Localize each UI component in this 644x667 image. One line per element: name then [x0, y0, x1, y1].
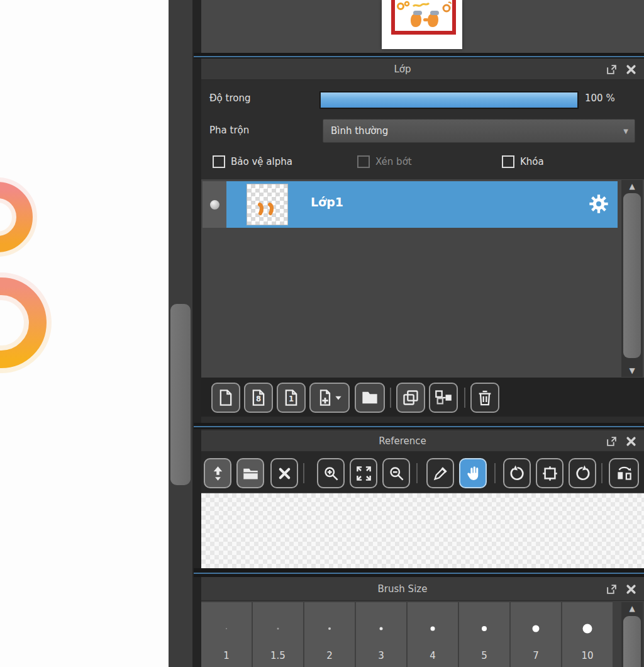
- popout-icon[interactable]: [606, 583, 618, 595]
- visibility-dot-icon: [210, 200, 219, 210]
- brush-dot-icon: [583, 624, 592, 634]
- brush-size-label: 4: [408, 650, 458, 661]
- close-icon[interactable]: [625, 64, 637, 76]
- blend-mode-select[interactable]: Bình thường ▼: [323, 119, 635, 143]
- brush-size-label: 1.5: [253, 650, 303, 661]
- brush-size-label: 7: [511, 650, 561, 661]
- reference-panel-header: Reference: [201, 430, 644, 452]
- toolbar-separator: [601, 463, 602, 483]
- toolbar-separator: [494, 463, 496, 483]
- layer-row-selected[interactable]: Lớp1: [203, 181, 618, 228]
- opacity-value: 100 %: [585, 92, 641, 104]
- layer-name: Lớp1: [311, 195, 343, 209]
- layer-panel-header: Lớp: [201, 59, 644, 80]
- toolbar-separator: [464, 388, 465, 408]
- lock-label: Khóa: [520, 154, 544, 169]
- reference-preview-area[interactable]: [201, 493, 644, 568]
- brush-dot-icon: [226, 628, 227, 629]
- brush-size-option-2[interactable]: 2: [304, 602, 355, 667]
- new-1bit-layer-button[interactable]: 1: [277, 383, 306, 413]
- svg-text:8: 8: [256, 395, 261, 403]
- brush-size-label: 3: [356, 650, 406, 661]
- chevron-down-icon: ▼: [623, 128, 628, 135]
- divider-drag-handle[interactable]: [170, 304, 191, 485]
- brush-dot-icon: [380, 627, 383, 631]
- protect-alpha-checkbox[interactable]: [213, 155, 225, 168]
- reference-panel-title: Reference: [201, 430, 604, 452]
- color-picker-button[interactable]: [426, 458, 454, 488]
- brush-size-option-4[interactable]: 4: [408, 602, 458, 667]
- panel-divider: [169, 0, 192, 667]
- opacity-slider-fill: [321, 92, 577, 108]
- layer-visibility-toggle[interactable]: [203, 181, 226, 228]
- hand-tool-button[interactable]: [459, 458, 487, 488]
- brush-grid-scrollbar[interactable]: ▲: [621, 602, 643, 667]
- new-layer-button[interactable]: [211, 383, 240, 413]
- open-folder-button[interactable]: [236, 458, 264, 488]
- new-8bit-layer-button[interactable]: 8: [244, 383, 273, 413]
- toolbar-separator: [416, 463, 418, 483]
- brush-size-option-1-5[interactable]: 1.5: [253, 602, 303, 667]
- protect-alpha-label: Bảo vệ alpha: [231, 154, 292, 169]
- clear-button[interactable]: [270, 458, 298, 488]
- canvas-artwork: [0, 0, 169, 667]
- opacity-slider[interactable]: [319, 91, 579, 109]
- separator-blue-line: [194, 573, 644, 574]
- toolbar-separator: [303, 463, 304, 483]
- brush-size-option-7[interactable]: 7: [511, 602, 561, 667]
- navigator-panel: [201, 0, 644, 53]
- brush-dot-icon: [533, 625, 540, 632]
- merge-layer-button[interactable]: [429, 383, 458, 413]
- brush-panel-title: Brush Size: [201, 577, 604, 601]
- svg-text:1: 1: [289, 395, 294, 403]
- layer-toolbar: 8 1: [201, 378, 644, 417]
- brush-dot-icon: [431, 627, 435, 631]
- layer-thumbnail: [247, 184, 288, 225]
- scrollbar-thumb[interactable]: [623, 616, 641, 667]
- close-icon[interactable]: [625, 583, 637, 595]
- brush-dot-icon: [277, 628, 279, 630]
- brush-size-grid: 1 1.5 2 3 4 5 7 10 ▲: [201, 601, 644, 667]
- brush-panel-header: Brush Size: [201, 577, 644, 601]
- scroll-up-icon[interactable]: ▲: [621, 603, 643, 614]
- brush-size-option-10[interactable]: 10: [562, 602, 613, 667]
- blend-label: Pha trộn: [209, 125, 249, 136]
- new-folder-button[interactable]: [355, 383, 385, 413]
- popout-icon[interactable]: [606, 64, 618, 76]
- brush-size-label: 1: [201, 650, 252, 661]
- toolbar-separator: [390, 388, 391, 408]
- zoom-out-button[interactable]: [382, 458, 410, 488]
- brush-size-option-1[interactable]: 1: [201, 602, 252, 667]
- zoom-in-button[interactable]: [317, 458, 345, 488]
- reference-toolbar: [201, 452, 644, 493]
- close-icon[interactable]: [625, 435, 637, 447]
- layer-list[interactable]: Lớp1 ▲ ▼: [201, 179, 644, 378]
- import-image-button[interactable]: [204, 458, 231, 488]
- popout-icon[interactable]: [606, 435, 618, 447]
- navigator-thumbnail[interactable]: [382, 0, 462, 49]
- scroll-up-icon[interactable]: ▲: [621, 181, 643, 191]
- reset-view-button[interactable]: [536, 458, 564, 488]
- clipping-checkbox: [357, 155, 370, 168]
- flip-view-button[interactable]: [609, 458, 639, 488]
- brush-size-option-5[interactable]: 5: [459, 602, 509, 667]
- delete-layer-button[interactable]: [470, 383, 499, 413]
- brush-size-option-3[interactable]: 3: [356, 602, 406, 667]
- scroll-down-icon[interactable]: ▼: [621, 366, 643, 376]
- lock-checkbox[interactable]: [502, 155, 514, 168]
- fit-view-button[interactable]: [350, 458, 377, 488]
- add-layer-dropdown-button[interactable]: [309, 383, 350, 413]
- scrollbar-thumb[interactable]: [623, 193, 641, 358]
- brush-dot-icon: [482, 626, 487, 631]
- drawing-canvas[interactable]: [0, 0, 169, 667]
- gear-icon[interactable]: [589, 194, 609, 214]
- rotate-ccw-button[interactable]: [503, 458, 531, 488]
- brush-size-label: 5: [459, 650, 509, 661]
- clipping-label: Xén bớt: [375, 154, 412, 169]
- layer-list-scrollbar[interactable]: ▲ ▼: [621, 180, 643, 377]
- duplicate-layer-button[interactable]: [396, 383, 425, 413]
- brush-dot-icon: [328, 627, 331, 630]
- rotate-cw-button[interactable]: [569, 458, 596, 488]
- panel-edge-strip: [192, 0, 201, 667]
- brush-size-label: 2: [304, 650, 355, 661]
